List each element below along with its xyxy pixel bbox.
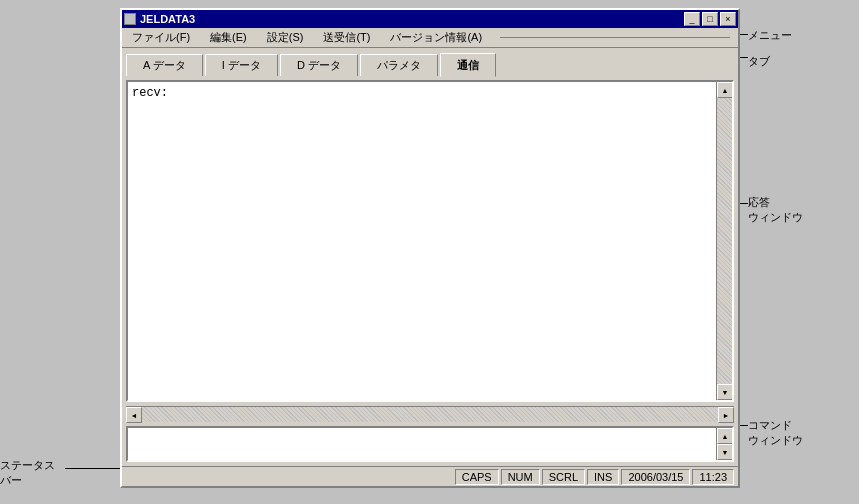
app-icon	[124, 13, 136, 25]
status-main	[126, 469, 453, 485]
menu-send-receive[interactable]: 送受信(T)	[317, 28, 376, 47]
annotation-command: コマンド ウィンドウ	[748, 418, 803, 449]
content-area: recv: ▲ ▼ ◄ ► ▲ ▼	[122, 76, 738, 466]
status-caps: CAPS	[455, 469, 499, 485]
outer-wrapper: JELDATA3 _ □ × ファイル(F) 編集(E) 設定(S) 送受信(T…	[0, 0, 859, 504]
menu-file[interactable]: ファイル(F)	[126, 28, 196, 47]
menu-bar: ファイル(F) 編集(E) 設定(S) 送受信(T) バージョン情報(A)	[122, 28, 738, 48]
annotation-menu-line	[740, 34, 748, 35]
window-title: JELDATA3	[140, 13, 195, 25]
main-window: JELDATA3 _ □ × ファイル(F) 編集(E) 設定(S) 送受信(T…	[120, 8, 740, 488]
response-textarea[interactable]: recv:	[128, 82, 716, 400]
status-ins: INS	[587, 469, 619, 485]
annotation-command-line	[740, 425, 748, 426]
annotation-tab: タブ	[748, 54, 770, 69]
annotation-status-line	[65, 468, 120, 469]
title-bar-buttons: _ □ ×	[684, 12, 736, 26]
annotation-tab-line	[740, 57, 748, 58]
tab-d-data[interactable]: D データ	[280, 54, 358, 76]
response-scrollbar-vertical: ▲ ▼	[716, 82, 732, 400]
command-scroll-down-button[interactable]: ▼	[717, 444, 733, 460]
response-window: recv: ▲ ▼	[126, 80, 734, 402]
status-num: NUM	[501, 469, 540, 485]
tab-bar: A データ I データ D データ パラメタ 通信	[122, 48, 738, 76]
menu-settings[interactable]: 設定(S)	[261, 28, 310, 47]
maximize-button[interactable]: □	[702, 12, 718, 26]
scroll-right-button[interactable]: ►	[718, 407, 734, 423]
status-date: 2006/03/15	[621, 469, 690, 485]
tab-i-data[interactable]: I データ	[205, 54, 278, 76]
annotation-status: ステータス バー	[0, 458, 55, 489]
tab-parameter[interactable]: パラメタ	[360, 54, 438, 76]
status-time: 11:23	[692, 469, 734, 485]
scroll-track-vertical[interactable]	[717, 98, 732, 384]
title-bar-left: JELDATA3	[124, 13, 195, 25]
close-button[interactable]: ×	[720, 12, 736, 26]
annotation-response: 応答 ウィンドウ	[748, 195, 803, 226]
minimize-button[interactable]: _	[684, 12, 700, 26]
status-scrl: SCRL	[542, 469, 585, 485]
command-textarea[interactable]	[128, 428, 716, 460]
scroll-up-button[interactable]: ▲	[717, 82, 733, 98]
tab-communication[interactable]: 通信	[440, 53, 496, 77]
response-scrollbar-horizontal: ◄ ►	[126, 406, 734, 422]
tab-a-data[interactable]: A データ	[126, 54, 203, 76]
scroll-track-horizontal[interactable]	[142, 407, 718, 422]
status-bar: CAPS NUM SCRL INS 2006/03/15 11:23	[122, 466, 738, 486]
menu-version-info[interactable]: バージョン情報(A)	[384, 28, 488, 47]
annotation-response-line	[740, 203, 748, 204]
annotation-menu: メニュー	[748, 28, 792, 43]
menu-edit[interactable]: 編集(E)	[204, 28, 253, 47]
command-scroll-up-button[interactable]: ▲	[717, 428, 733, 444]
title-bar: JELDATA3 _ □ ×	[122, 10, 738, 28]
command-scrollbar-vertical: ▲ ▼	[716, 428, 732, 460]
scroll-down-button[interactable]: ▼	[717, 384, 733, 400]
command-window: ▲ ▼	[126, 426, 734, 462]
menu-separator	[500, 37, 730, 38]
scroll-left-button[interactable]: ◄	[126, 407, 142, 423]
